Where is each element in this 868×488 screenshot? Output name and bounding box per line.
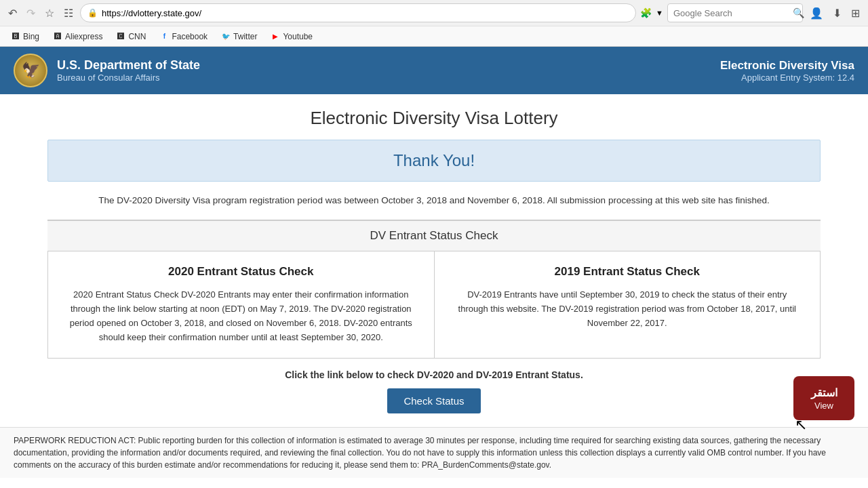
bookmark-facebook-label: Facebook [172,32,208,41]
col-2019-body: DV-2019 Entrants have until September 30… [455,288,800,330]
url-input[interactable] [102,8,629,18]
thank-you-banner: Thank You! [47,140,821,182]
address-bar[interactable]: 🔒 [80,3,636,22]
cta-text: Click the link below to check DV-2020 an… [47,369,821,380]
extensions-dropdown[interactable]: ▼ [656,9,663,17]
org-subtitle: Bureau of Consular Affairs [57,73,200,83]
col-2020: 2020 Entrant Status Check 2020 Entrant S… [48,251,435,358]
site-header-left: 🦅 U.S. Department of State Bureau of Con… [14,54,200,87]
check-status-button[interactable]: Check Status [387,388,480,413]
seal-icon: 🦅 [22,62,40,79]
site-header-right: Electronic Diversity Visa Applicant Entr… [720,59,854,83]
bing-favicon: 🅱 [11,32,20,41]
read-mode-button[interactable]: ☷ [61,5,76,21]
browser-icons: 🧩 ▼ [640,7,663,18]
thank-you-text: Thank You! [393,151,475,169]
search-input[interactable] [673,8,787,18]
bookmark-bing-label: Bing [23,32,39,41]
widget-arabic-text: استقر [811,386,837,399]
footer-notice: PAPERWORK REDUCTION ACT: Public reportin… [0,427,868,478]
bookmark-youtube[interactable]: ▶ Youtube [265,30,318,43]
bookmarks-bar: 🅱 Bing 🅰 Aliexpress 🅲 CNN f Facebook 🐦 T… [0,26,868,46]
bookmark-button[interactable]: ☆ [42,5,57,21]
system-version: Applicant Entry System: 12.4 [720,73,854,83]
entrant-grid: 2020 Entrant Status Check 2020 Entrant S… [47,251,821,359]
aliexpress-favicon: 🅰 [53,32,62,41]
browser-chrome: ↶ ↷ ☆ ☷ 🔒 🧩 ▼ 🔍 👤 ⬇ ⊞ 🅱 Bing 🅰 [0,0,868,47]
apps-icon[interactable]: ⊞ [848,5,863,21]
cta-section: Click the link below to check DV-2020 an… [47,369,821,413]
col-2019-heading: 2019 Entrant Status Check [455,265,800,279]
bookmark-facebook[interactable]: f Facebook [154,30,213,43]
widget-view-label: View [814,401,833,411]
cnn-favicon: 🅲 [116,32,125,41]
lock-icon: 🔒 [87,8,98,18]
bookmark-youtube-label: Youtube [283,32,313,41]
download-icon[interactable]: ⬇ [830,5,844,21]
floating-widget[interactable]: استقر View [793,376,854,420]
col-2020-body: 2020 Entrant Status Check DV-2020 Entran… [68,288,414,344]
forward-button[interactable]: ↷ [24,5,38,21]
search-button[interactable]: 🔍 [790,6,807,20]
back-button[interactable]: ↶ [5,5,20,21]
system-name: Electronic Diversity Visa [720,59,854,73]
cursor: ↖ [795,416,807,434]
main-content: Electronic Diversity Visa Lottery Thank … [34,94,834,427]
page-content: 🦅 U.S. Department of State Bureau of Con… [0,47,868,488]
bookmark-twitter[interactable]: 🐦 Twitter [216,30,262,43]
bookmark-cnn[interactable]: 🅲 CNN [111,30,151,43]
browser-toolbar: ↶ ↷ ☆ ☷ 🔒 🧩 ▼ 🔍 👤 ⬇ ⊞ [0,0,868,26]
bookmark-twitter-label: Twitter [233,32,257,41]
status-check-label: DV Entrant Status Check [370,229,498,242]
twitter-favicon: 🐦 [221,32,231,41]
status-check-heading: DV Entrant Status Check [47,220,821,251]
facebook-favicon: f [159,32,169,41]
page-title: Electronic Diversity Visa Lottery [47,108,821,129]
footer-text: PAPERWORK REDUCTION ACT: Public reportin… [14,436,826,470]
col-2020-heading: 2020 Entrant Status Check [68,265,414,279]
state-dept-seal: 🦅 [14,54,47,87]
youtube-favicon: ▶ [271,32,280,41]
org-name: U.S. Department of State [57,58,200,73]
site-header-org: U.S. Department of State Bureau of Consu… [57,58,200,83]
search-bar[interactable]: 🔍 [667,3,803,22]
bookmark-cnn-label: CNN [128,32,146,41]
col-2019: 2019 Entrant Status Check DV-2019 Entran… [435,251,821,358]
intro-paragraph: The DV-2020 Diversity Visa program regis… [47,194,821,207]
extensions-icon: 🧩 [640,7,652,18]
site-header: 🦅 U.S. Department of State Bureau of Con… [0,47,868,94]
bookmark-aliexpress[interactable]: 🅰 Aliexpress [47,30,108,43]
bookmark-bing[interactable]: 🅱 Bing [5,30,45,43]
profile-icon[interactable]: 👤 [807,5,826,21]
bookmark-aliexpress-label: Aliexpress [65,32,102,41]
